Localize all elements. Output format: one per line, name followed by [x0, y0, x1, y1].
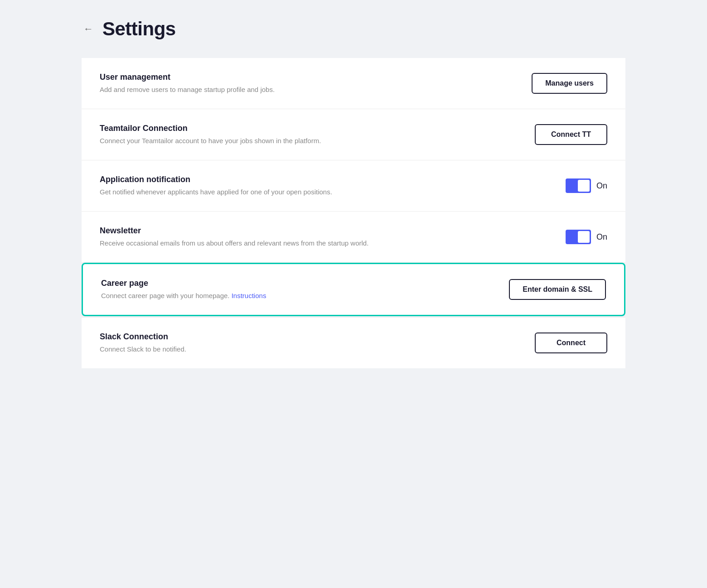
enter-domain-ssl-button[interactable]: Enter domain & SSL	[509, 279, 606, 300]
career-page-desc-prefix: Connect career page with your homepage.	[101, 292, 230, 299]
settings-row-slack: Slack Connection Connect Slack to be not…	[82, 317, 625, 368]
row-desc-slack: Connect Slack to be notified.	[100, 344, 517, 354]
page-header: ← Settings	[82, 18, 625, 40]
row-content-teamtailor: Teamtailor Connection Connect your Teamt…	[100, 124, 517, 145]
connect-slack-button[interactable]: Connect	[535, 333, 607, 353]
settings-row-user-management: User management Add and remove users to …	[82, 58, 625, 109]
page-container: ← Settings User management Add and remov…	[82, 18, 625, 570]
toggle-thumb-app-notification	[578, 180, 590, 192]
settings-row-teamtailor: Teamtailor Connection Connect your Teamt…	[82, 109, 625, 160]
row-title-app-notification: Application notification	[100, 175, 547, 184]
back-arrow-icon: ←	[83, 23, 93, 35]
row-action-slack: Connect	[535, 333, 607, 353]
toggle-thumb-newsletter	[578, 231, 590, 243]
row-title-slack: Slack Connection	[100, 332, 517, 342]
settings-row-career-page: Career page Connect career page with you…	[82, 263, 625, 316]
row-content-user-management: User management Add and remove users to …	[100, 72, 513, 94]
toggle-wrapper-app-notification: On	[566, 178, 607, 193]
settings-row-app-notification: Application notification Get notified wh…	[82, 160, 625, 212]
row-title-newsletter: Newsletter	[100, 226, 547, 236]
row-content-slack: Slack Connection Connect Slack to be not…	[100, 332, 517, 354]
toggle-label-newsletter: On	[596, 232, 607, 242]
row-title-career-page: Career page	[101, 279, 491, 288]
row-title-user-management: User management	[100, 72, 513, 82]
row-desc-user-management: Add and remove users to manage startup p…	[100, 85, 513, 94]
row-action-newsletter: On	[566, 230, 607, 244]
connect-tt-button[interactable]: Connect TT	[535, 124, 607, 145]
row-desc-app-notification: Get notified whenever applicants have ap…	[100, 187, 547, 197]
settings-list: User management Add and remove users to …	[82, 58, 625, 368]
row-action-user-management: Manage users	[532, 73, 607, 94]
settings-row-newsletter: Newsletter Receive occasional emails fro…	[82, 212, 625, 263]
toggle-wrapper-newsletter: On	[566, 230, 607, 244]
toggle-label-app-notification: On	[596, 181, 607, 191]
row-desc-career-page: Connect career page with your homepage. …	[101, 291, 491, 300]
toggle-newsletter[interactable]	[566, 230, 591, 244]
row-action-teamtailor: Connect TT	[535, 124, 607, 145]
row-desc-newsletter: Receive occasional emails from us about …	[100, 238, 547, 248]
back-button[interactable]: ←	[82, 21, 95, 37]
row-title-teamtailor: Teamtailor Connection	[100, 124, 517, 133]
row-action-career-page: Enter domain & SSL	[509, 279, 606, 300]
manage-users-button[interactable]: Manage users	[532, 73, 607, 94]
toggle-app-notification[interactable]	[566, 178, 591, 193]
row-desc-teamtailor: Connect your Teamtailor account to have …	[100, 136, 517, 145]
page-title: Settings	[102, 18, 176, 40]
row-content-app-notification: Application notification Get notified wh…	[100, 175, 547, 197]
row-content-career-page: Career page Connect career page with you…	[101, 279, 491, 300]
career-page-instructions-link[interactable]: Instructions	[232, 292, 266, 299]
row-action-app-notification: On	[566, 178, 607, 193]
row-content-newsletter: Newsletter Receive occasional emails fro…	[100, 226, 547, 248]
